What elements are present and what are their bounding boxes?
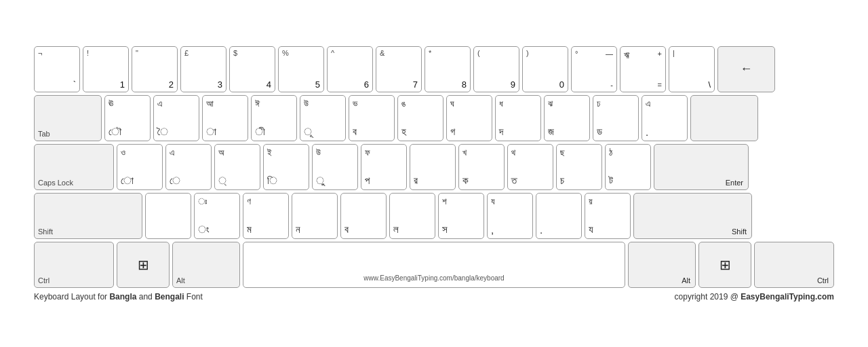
row-shift: Shift ঃ ং ণ ম ন ব — [34, 193, 834, 239]
footer-left: Keyboard Layout for Bangla and Bengali F… — [34, 292, 203, 302]
key-enter-top — [690, 95, 758, 141]
key-o[interactable]: ধ দ — [495, 95, 541, 141]
key-7[interactable]: & 7 — [376, 46, 422, 92]
key-equals[interactable]: ঋ + = — [620, 46, 666, 92]
key-f[interactable]: ই ি — [263, 144, 309, 190]
key-l[interactable]: থ ত — [507, 144, 553, 190]
key-ctrl-right[interactable]: Ctrl — [754, 242, 834, 288]
key-caps-lock[interactable]: Caps Lock — [34, 144, 114, 190]
key-quote[interactable]: ঠ ট — [605, 144, 651, 190]
key-n[interactable]: ল — [389, 193, 435, 239]
row-number: ¬ ` ! 1 " 2 £ 3 $ 4 % 5 ^ 6 & 7 — [34, 46, 834, 92]
key-g[interactable]: উ ু — [312, 144, 358, 190]
key-e[interactable]: আ া — [202, 95, 248, 141]
key-2[interactable]: " 2 — [132, 46, 178, 92]
key-minus[interactable]: ° — - — [571, 46, 617, 92]
key-8[interactable]: * 8 — [425, 46, 471, 92]
key-t[interactable]: উ ূ — [300, 95, 346, 141]
key-enter[interactable]: Enter — [654, 144, 749, 190]
key-v[interactable]: ন — [292, 193, 338, 239]
key-r[interactable]: ঈ ী — [251, 95, 297, 141]
key-alt-left[interactable]: Alt — [172, 242, 240, 288]
key-s[interactable]: এ ে — [165, 144, 212, 190]
key-1[interactable]: ! 1 — [83, 46, 129, 92]
key-win-right[interactable]: ⊞ — [698, 242, 751, 288]
key-m[interactable]: শ স — [438, 193, 484, 239]
row-caps: Caps Lock ও ো এ ে অ ্ ই — [34, 144, 834, 190]
key-h[interactable]: ফ প — [361, 144, 407, 190]
footer-right: copyright 2019 @ EasyBengaliTyping.com — [675, 292, 834, 302]
key-w[interactable]: এ ৈ — [153, 95, 199, 141]
key-u[interactable]: ঙ হ — [397, 95, 443, 141]
key-spacebar[interactable]: www.EasyBengaliTyping.com/bangla/keyboar… — [243, 242, 625, 288]
key-backslash-left[interactable]: | \ — [669, 46, 715, 92]
key-ctrl-left[interactable]: Ctrl — [34, 242, 114, 288]
key-comma[interactable]: য , — [487, 193, 533, 239]
key-9[interactable]: ( 9 — [473, 46, 519, 92]
key-tab[interactable]: Tab — [34, 95, 102, 141]
key-3[interactable]: £ 3 — [180, 46, 226, 92]
key-bracket-close[interactable]: এ . — [642, 95, 688, 141]
key-q[interactable]: ঊ ৌ — [104, 95, 151, 141]
key-a[interactable]: ও ো — [117, 144, 163, 190]
key-5[interactable]: % 5 — [278, 46, 324, 92]
key-win-left[interactable]: ⊞ — [117, 242, 170, 288]
key-backtick[interactable]: ¬ ` — [34, 46, 80, 92]
key-semicolon[interactable]: ছ চ — [556, 144, 602, 190]
key-shift-right[interactable]: Shift — [633, 193, 752, 239]
key-k[interactable]: খ ক — [458, 144, 505, 190]
key-z[interactable] — [145, 193, 191, 239]
footer: Keyboard Layout for Bangla and Bengali F… — [34, 292, 834, 302]
row-tab: Tab ঊ ৌ এ ৈ আ া ঈ — [34, 95, 834, 141]
key-6[interactable]: ^ 6 — [327, 46, 373, 92]
key-shift-left[interactable]: Shift — [34, 193, 142, 239]
key-x[interactable]: ঃ ং — [194, 193, 240, 239]
key-d[interactable]: অ ্ — [214, 144, 260, 190]
key-backspace[interactable]: ← — [717, 46, 775, 92]
key-j[interactable]: র — [410, 144, 456, 190]
key-p[interactable]: ঝ জ — [544, 95, 590, 141]
row-bottom: Ctrl ⊞ Alt www.EasyBengaliTyping.com/ban… — [34, 242, 834, 288]
key-c[interactable]: ণ ম — [243, 193, 289, 239]
key-0[interactable]: ) 0 — [522, 46, 568, 92]
key-y[interactable]: ভ ব — [349, 95, 395, 141]
key-4[interactable]: $ 4 — [229, 46, 275, 92]
key-slash[interactable]: য় য — [585, 193, 631, 239]
key-alt-right[interactable]: Alt — [628, 242, 696, 288]
key-i[interactable]: ঘ গ — [446, 95, 492, 141]
keyboard: ¬ ` ! 1 " 2 £ 3 $ 4 % 5 ^ 6 & 7 — [34, 46, 834, 288]
key-bracket-open[interactable]: ঢ ড — [593, 95, 639, 141]
key-period[interactable]: . — [536, 193, 582, 239]
key-b[interactable]: ব — [340, 193, 387, 239]
